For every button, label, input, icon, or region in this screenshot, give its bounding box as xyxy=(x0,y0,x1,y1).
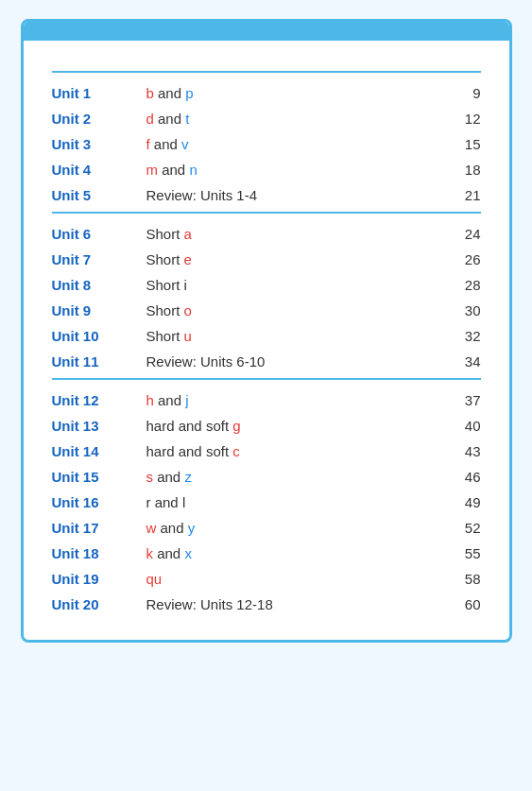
unit-desc: m and n xyxy=(146,162,443,178)
unit-label: Unit 17 xyxy=(52,520,146,536)
unit-page: 37 xyxy=(443,392,481,408)
section-1: Unit 1b and p9Unit 2d and t12Unit 3f and… xyxy=(52,71,481,208)
unit-row: Unit 9Short o30 xyxy=(52,298,481,323)
unit-desc: s and z xyxy=(146,469,443,485)
unit-page: 9 xyxy=(443,85,481,101)
unit-row: Unit 15s and z46 xyxy=(52,464,481,490)
unit-desc: r and l xyxy=(146,494,443,510)
title-bar xyxy=(24,22,509,41)
unit-row: Unit 17w and y52 xyxy=(52,515,481,541)
unit-desc: Review: Units 1-4 xyxy=(146,187,443,203)
unit-row: Unit 1b and p9 xyxy=(52,80,481,106)
unit-desc: Review: Units 6-10 xyxy=(146,353,443,370)
unit-page: 34 xyxy=(443,353,481,370)
unit-label: Unit 3 xyxy=(52,136,146,152)
unit-row: Unit 14hard and soft c43 xyxy=(52,438,481,464)
unit-page: 58 xyxy=(443,571,481,587)
unit-row: Unit 11Review: Units 6-1034 xyxy=(52,349,481,374)
unit-desc: f and v xyxy=(146,136,443,152)
unit-desc: w and y xyxy=(146,520,443,536)
unit-desc: k and x xyxy=(146,545,443,561)
unit-row: Unit 2d and t12 xyxy=(52,106,481,131)
unit-page: 46 xyxy=(443,469,481,485)
page-container: Unit 1b and p9Unit 2d and t12Unit 3f and… xyxy=(21,19,512,643)
unit-label: Unit 13 xyxy=(52,418,146,434)
unit-row: Unit 18k and x55 xyxy=(52,541,481,566)
unit-row: Unit 20Review: Units 12-1860 xyxy=(52,592,481,617)
unit-label: Unit 15 xyxy=(52,469,146,485)
unit-desc: Short e xyxy=(146,251,443,267)
unit-desc: Short o xyxy=(146,302,443,318)
unit-desc: Short a xyxy=(146,226,443,242)
unit-label: Unit 10 xyxy=(52,328,146,344)
unit-row: Unit 7Short e26 xyxy=(52,247,481,272)
unit-page: 12 xyxy=(443,111,481,127)
unit-row: Unit 3f and v15 xyxy=(52,131,481,157)
unit-row: Unit 4m and n18 xyxy=(52,157,481,182)
unit-row: Unit 5Review: Units 1-421 xyxy=(52,182,481,208)
unit-page: 24 xyxy=(443,226,481,242)
unit-page: 43 xyxy=(443,443,481,459)
unit-desc: h and j xyxy=(146,392,443,408)
unit-page: 15 xyxy=(443,136,481,152)
unit-page: 60 xyxy=(443,596,481,612)
unit-row: Unit 16r and l49 xyxy=(52,490,481,515)
unit-label: Unit 9 xyxy=(52,302,146,318)
unit-label: Unit 2 xyxy=(52,111,146,127)
unit-row: Unit 10Short u32 xyxy=(52,323,481,349)
unit-desc: Short u xyxy=(146,328,443,344)
unit-label: Unit 1 xyxy=(52,85,146,101)
unit-desc: Short i xyxy=(146,277,443,293)
unit-page: 49 xyxy=(443,494,481,510)
unit-label: Unit 11 xyxy=(52,353,146,370)
unit-page: 52 xyxy=(443,520,481,536)
unit-label: Unit 12 xyxy=(52,392,146,408)
unit-row: Unit 13hard and soft g40 xyxy=(52,413,481,438)
unit-page: 55 xyxy=(443,545,481,561)
unit-label: Unit 14 xyxy=(52,443,146,459)
unit-label: Unit 4 xyxy=(52,162,146,178)
unit-label: Unit 5 xyxy=(52,187,146,203)
unit-label: Unit 20 xyxy=(52,596,146,612)
unit-desc: Review: Units 12-18 xyxy=(146,596,443,612)
unit-page: 40 xyxy=(443,418,481,434)
unit-desc: hard and soft c xyxy=(146,443,443,459)
unit-page: 18 xyxy=(443,162,481,178)
section-3: Unit 12h and j37Unit 13hard and soft g40… xyxy=(52,378,481,617)
unit-label: Unit 7 xyxy=(52,251,146,267)
unit-label: Unit 16 xyxy=(52,494,146,510)
unit-desc: hard and soft g xyxy=(146,418,443,434)
unit-row: Unit 8Short i28 xyxy=(52,272,481,298)
unit-desc: d and t xyxy=(146,111,443,127)
unit-label: Unit 8 xyxy=(52,277,146,293)
unit-page: 30 xyxy=(443,302,481,318)
unit-label: Unit 19 xyxy=(52,571,146,587)
content-area: Unit 1b and p9Unit 2d and t12Unit 3f and… xyxy=(24,41,509,640)
section-2: Unit 6Short a24Unit 7Short e26Unit 8Shor… xyxy=(52,212,481,374)
unit-page: 28 xyxy=(443,277,481,293)
unit-desc: qu xyxy=(146,571,443,587)
unit-page: 26 xyxy=(443,251,481,267)
unit-page: 21 xyxy=(443,187,481,203)
intro-row xyxy=(52,50,481,67)
unit-label: Unit 6 xyxy=(52,226,146,242)
unit-row: Unit 19qu58 xyxy=(52,566,481,592)
unit-row: Unit 12h and j37 xyxy=(52,387,481,413)
unit-page: 32 xyxy=(443,328,481,344)
unit-row: Unit 6Short a24 xyxy=(52,221,481,247)
unit-desc: b and p xyxy=(146,85,443,101)
unit-label: Unit 18 xyxy=(52,545,146,561)
sections-container: Unit 1b and p9Unit 2d and t12Unit 3f and… xyxy=(52,71,481,617)
